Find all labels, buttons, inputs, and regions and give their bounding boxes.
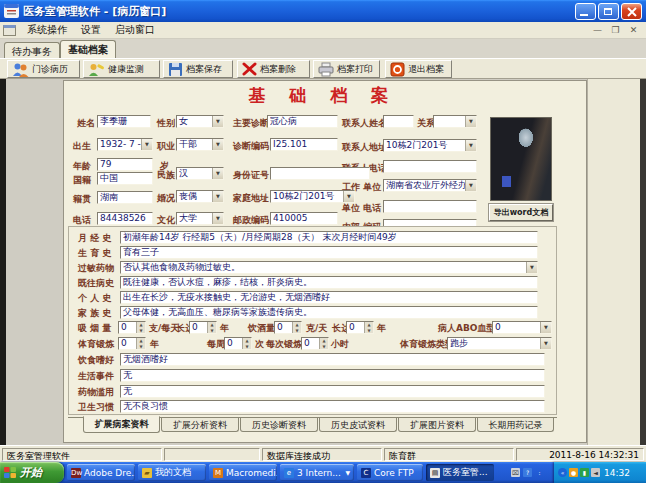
tab-longterm-medication[interactable]: 长期用药记录: [477, 418, 554, 432]
family-history-input[interactable]: 父母体健，无高血压、糖尿病等家族遗传病史。: [120, 306, 538, 319]
age-input[interactable]: 79: [97, 158, 153, 171]
occupation-select[interactable]: 干部▼: [176, 138, 224, 151]
task-medical-app[interactable]: ▤医务室管...: [426, 464, 494, 481]
print-archive-button[interactable]: 档案打印: [313, 60, 380, 78]
hide-icons-chevron[interactable]: «: [558, 468, 567, 477]
contact-addr-select[interactable]: 10栋2门201号▼: [383, 139, 477, 152]
delete-archive-button[interactable]: 档案删除: [237, 60, 310, 78]
chevron-down-icon[interactable]: ▼: [465, 140, 476, 151]
chevron-down-icon[interactable]: ▼: [343, 191, 354, 202]
name-input[interactable]: 李季珊: [97, 115, 151, 128]
education-select[interactable]: 大学▼: [176, 212, 224, 225]
ethnic-select[interactable]: 汉▼: [176, 167, 224, 180]
diag-code-input[interactable]: I25.101: [270, 138, 338, 151]
chevron-down-icon[interactable]: ▼: [212, 213, 223, 224]
exercise-years-spinner[interactable]: 0▲▼: [118, 337, 146, 350]
spinner-arrows-icon[interactable]: ▲▼: [242, 338, 251, 349]
per-session-spinner[interactable]: 0▲▼: [301, 337, 329, 350]
menu-startwindow[interactable]: 启动窗口: [108, 21, 162, 39]
diagnosis-input[interactable]: 冠心病: [267, 115, 338, 128]
outpatient-record-button[interactable]: 门诊病历: [7, 60, 80, 78]
weekly-spinner[interactable]: 0▲▼: [224, 337, 252, 350]
mdi-close-icon[interactable]: ✕: [627, 25, 640, 36]
dot-tray-icon[interactable]: :: [535, 468, 544, 477]
spinner-arrows-icon[interactable]: ▲▼: [319, 338, 328, 349]
chevron-down-icon[interactable]: ▼: [212, 191, 223, 202]
birth-select[interactable]: 1932- 7 -25▼: [97, 138, 153, 151]
smoke-years-spinner[interactable]: 0▲▼: [189, 321, 217, 334]
phone-input[interactable]: 84438526: [97, 212, 153, 225]
save-archive-button[interactable]: 档案保存: [163, 60, 233, 78]
mdi-minimize-icon[interactable]: —: [591, 25, 604, 36]
contact-name-input[interactable]: [383, 115, 414, 128]
chevron-down-icon[interactable]: ▼: [212, 116, 223, 127]
spinner-arrows-icon[interactable]: ▲▼: [207, 322, 216, 333]
home-addr-select[interactable]: 10栋2门201号▼: [270, 190, 355, 203]
task-macromedia[interactable]: MMacromedi...: [209, 464, 277, 481]
past-illness-input[interactable]: 既往健康，否认水痘，麻疹，结核，肝炎病史。: [120, 276, 538, 289]
tray-status-icon[interactable]: ●: [569, 468, 578, 477]
chevron-down-icon[interactable]: ▼: [212, 168, 223, 179]
task-internet-group[interactable]: e3 Intern...▼: [280, 464, 354, 481]
task-my-documents[interactable]: ▰我的文档: [138, 464, 206, 481]
hygiene-input[interactable]: 无不良习惯: [120, 400, 545, 413]
chevron-down-icon[interactable]: ▼: [540, 322, 551, 333]
child-window-icon[interactable]: [3, 25, 16, 36]
relation-select[interactable]: ▼: [433, 115, 477, 128]
tab-todo[interactable]: 待办事务: [4, 42, 60, 58]
exit-archive-button[interactable]: 退出档案: [385, 60, 452, 78]
contact-phone-input[interactable]: [383, 160, 477, 173]
chevron-down-icon[interactable]: ▼: [465, 180, 476, 191]
personal-history-input[interactable]: 出生在长沙，无疫水接触史，无冶游史，无烟酒嗜好: [120, 291, 538, 304]
gender-select[interactable]: 女▼: [176, 115, 224, 128]
tab-skin-test-history[interactable]: 历史皮试资料: [319, 418, 397, 432]
tray-network-icon[interactable]: ▮: [580, 468, 589, 477]
fertility-history-input[interactable]: 育有三子: [120, 246, 538, 259]
id-number-input[interactable]: [270, 167, 370, 180]
abo-select[interactable]: 0▼: [492, 321, 552, 334]
unit-phone-input[interactable]: [383, 200, 477, 213]
close-button[interactable]: [621, 3, 642, 20]
task-adobe[interactable]: DwAdobe Dre...: [67, 464, 135, 481]
diet-input[interactable]: 无烟酒嗜好: [120, 353, 545, 366]
tab-extended-analysis[interactable]: 扩展分析资料: [161, 418, 239, 432]
chevron-down-icon[interactable]: ▼: [465, 116, 476, 127]
spinner-arrows-icon[interactable]: ▲▼: [136, 322, 145, 333]
menstrual-history-input[interactable]: 初潮年龄14岁 行经期5（天）/月经周期28（天） 末次月经时间49岁: [120, 231, 538, 244]
zip-input[interactable]: 410005: [270, 212, 338, 225]
keyboard-tray-icon[interactable]: ⌧: [511, 468, 520, 477]
task-core-ftp[interactable]: CCore FTP: [357, 464, 423, 481]
spinner-arrows-icon[interactable]: ▲▼: [292, 322, 301, 333]
drug-abuse-input[interactable]: 无: [120, 385, 545, 398]
origin-input[interactable]: 湖南: [97, 191, 153, 204]
tab-base-archive[interactable]: 基础档案: [60, 40, 116, 58]
restore-button[interactable]: [598, 3, 619, 20]
health-monitor-button[interactable]: 健康监测: [83, 60, 160, 78]
smoke-amount-spinner[interactable]: 0▲▼: [118, 321, 146, 334]
chevron-down-icon[interactable]: ▼: [141, 139, 152, 150]
nationality-input[interactable]: 中国: [97, 172, 153, 185]
chevron-down-icon[interactable]: ▼: [212, 139, 223, 150]
spinner-arrows-icon[interactable]: ▲▼: [136, 338, 145, 349]
tab-extended-images[interactable]: 扩展图片资料: [398, 418, 476, 432]
life-event-input[interactable]: 无: [120, 369, 545, 382]
allergy-select[interactable]: 否认其他食物及药物过敏史。▼: [120, 261, 538, 274]
drink-amount-spinner[interactable]: 0▲▼: [274, 321, 302, 334]
help-tray-icon[interactable]: ?: [523, 468, 532, 477]
tray-volume-icon[interactable]: ◄: [591, 468, 600, 477]
mdi-restore-icon[interactable]: ❐: [609, 25, 622, 36]
chevron-down-icon[interactable]: ▼: [540, 338, 551, 349]
exercise-type-select[interactable]: 跑步▼: [447, 337, 552, 350]
drink-years-spinner[interactable]: 0▲▼: [346, 321, 374, 334]
chevron-down-icon[interactable]: ▼: [526, 262, 537, 273]
marital-select[interactable]: 丧偶▼: [176, 190, 224, 203]
start-button[interactable]: 开始: [0, 462, 64, 483]
menu-settings[interactable]: 设置: [74, 21, 108, 39]
tab-diagnosis-history[interactable]: 历史诊断资料: [240, 418, 318, 432]
tab-extended-record[interactable]: 扩展病案资料: [83, 416, 160, 433]
spinner-arrows-icon[interactable]: ▲▼: [364, 322, 373, 333]
work-unit-select[interactable]: 湖南省农业厅外经办▼: [383, 179, 477, 192]
export-word-button[interactable]: 导出word文档: [489, 204, 553, 221]
minimize-button[interactable]: [575, 3, 596, 20]
menu-system[interactable]: 系统操作: [20, 21, 74, 39]
